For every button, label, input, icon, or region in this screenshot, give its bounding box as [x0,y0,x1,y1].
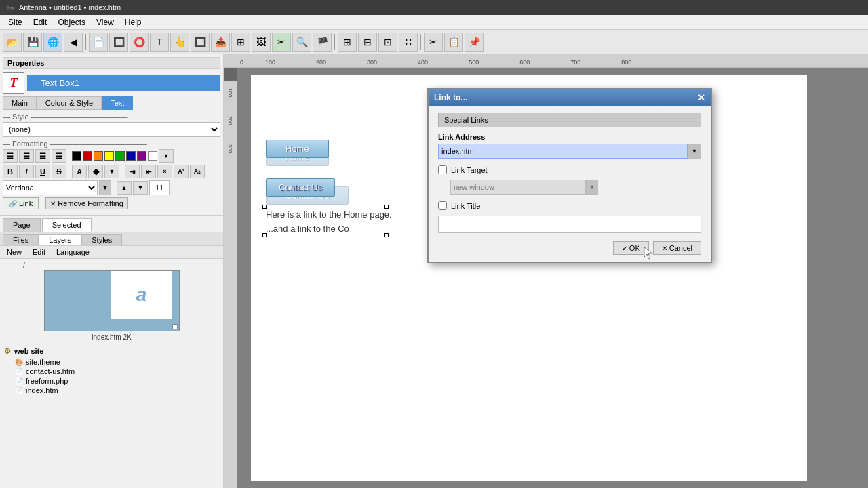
color-orange[interactable] [94,151,103,161]
font-selector[interactable]: Verdana [3,180,98,195]
toolbar-box[interactable]: 🔲 [109,33,128,52]
tab-selected[interactable]: Selected [42,218,92,232]
file-tree: ⚙ web site 🎨 site.theme 📄 contact-us.htm… [0,344,223,399]
toolbar-preview[interactable]: 🌐 [43,33,62,52]
textbox-type-icon: T [3,72,24,94]
file-language-btn[interactable]: Language [54,247,92,257]
toolbar-image[interactable]: 🖼 [252,33,271,52]
style-dropdown[interactable]: (none) [3,122,220,137]
menu-view[interactable]: View [91,16,119,28]
color-purple[interactable] [137,151,146,161]
thumb-resize-handle[interactable] [172,324,178,329]
menu-help[interactable]: Help [119,16,147,28]
ok-button[interactable]: ✔ OK [613,241,649,255]
tab-text[interactable]: Text [102,96,133,110]
tab-colour-style[interactable]: Colour & Style [37,96,102,110]
toolbar-open[interactable]: 📂 [3,33,22,52]
bold-btn[interactable]: B [3,165,18,178]
menu-edit[interactable]: Edit [28,16,53,28]
tab-layers[interactable]: Layers [39,234,81,245]
highlight-btn[interactable]: ◆ [88,165,103,178]
strikethrough-btn[interactable]: S [52,165,66,178]
subscript-btn[interactable]: A₂ [190,165,205,178]
toolbar-scissors[interactable]: ✂ [272,33,291,52]
indent-btn[interactable]: ⇥ [125,165,140,178]
toolbar-cut[interactable]: ✂ [424,33,443,52]
color-white[interactable] [148,151,157,161]
thumb-preview: a [111,271,172,319]
dialog-close-btn[interactable]: ✕ [697,92,705,103]
font-dropdown-btn[interactable]: ▼ [99,180,111,195]
toolbar-grid3[interactable]: ⊡ [378,33,397,52]
link-btn[interactable]: 🔗 Link [3,197,39,209]
properties-title-bar: Properties [3,57,220,69]
font-size-up-btn[interactable]: ▲ [117,181,132,195]
link-address-input[interactable] [438,144,688,159]
toolbar-flag[interactable]: 🏴 [313,33,332,52]
toolbar-grid4[interactable]: ∷ [399,33,418,52]
menu-objects[interactable]: Objects [52,16,91,28]
toolbar-save[interactable]: 💾 [23,33,42,52]
toolbar-cursor[interactable]: 👆 [170,33,189,52]
tree-file-freeform[interactable]: 📄 freeform.php [15,377,219,385]
tree-root-item[interactable]: ⚙ web site [4,346,219,356]
style-dropdown-row: (none) [3,122,220,137]
file-toolbar: New Edit Language [0,246,223,259]
app-title: Antenna • untitled1 • index.htm [19,3,121,12]
align-right-btn[interactable]: ☰ [35,149,50,163]
toolbar-grid2[interactable]: ⊟ [358,33,377,52]
thumbnail-label: index.htm 2K [92,333,131,341]
link-target-label: Link Target [451,166,488,174]
tree-file-index[interactable]: 📄 index.htm [15,386,219,394]
toolbar-grid1[interactable]: ⊞ [338,33,357,52]
toolbar-copy[interactable]: 📋 [444,33,463,52]
menu-site[interactable]: Site [3,16,28,28]
special1-btn[interactable]: × [157,165,172,178]
color-yellow[interactable] [104,151,114,161]
file-edit-btn[interactable]: Edit [30,247,48,257]
toolbar-back[interactable]: ◀ [64,33,83,52]
thumbnail[interactable]: a [44,270,180,331]
underline-btn[interactable]: U [35,165,50,178]
tab-styles[interactable]: Styles [81,234,122,245]
toolbar-zoom[interactable]: 🔍 [292,33,311,52]
toolbar-new-page[interactable]: 📄 [89,33,108,52]
more-style-btn[interactable]: ▼ [104,165,119,178]
align-justify-btn[interactable]: ☰ [52,149,66,163]
italic-btn[interactable]: I [19,165,34,178]
tab-main[interactable]: Main [3,96,37,110]
superscript-btn[interactable]: A² [174,165,189,178]
toolbar-paste[interactable]: 📌 [465,33,484,52]
link-title-checkbox[interactable] [438,201,447,210]
color-green[interactable] [115,151,125,161]
link-target-checkbox[interactable] [438,165,447,174]
color-black[interactable] [72,151,81,161]
cancel-button[interactable]: ✕ Cancel [653,241,701,255]
text-color-btn[interactable]: A [72,165,87,178]
remove-formatting-btn[interactable]: ✕ Remove Formatting [45,197,128,209]
tab-page[interactable]: Page [3,218,41,232]
format-row-font: Verdana ▼ ▲ ▼ [3,180,220,195]
file-new-btn[interactable]: New [4,247,24,257]
tree-file-theme[interactable]: 🎨 site.theme [15,358,219,366]
color-red[interactable] [83,151,92,161]
style-label: Style [3,113,220,121]
color-blue[interactable] [126,151,136,161]
tree-file-contact[interactable]: 📄 contact-us.htm [15,367,219,375]
toolbar-table[interactable]: ⊞ [231,33,250,52]
toolbar-circle[interactable]: ⭕ [130,33,149,52]
toolbar-export[interactable]: 📤 [211,33,230,52]
font-size-down-btn[interactable]: ▼ [133,181,148,195]
align-center-btn[interactable]: ☰ [19,149,34,163]
font-size-input[interactable] [149,180,170,195]
outdent-btn[interactable]: ⇤ [141,165,156,178]
link-address-dropdown[interactable]: ▼ [688,144,701,159]
align-left-btn[interactable]: ☰ [3,149,18,163]
more-colors-btn[interactable]: ▼ [159,149,174,163]
toolbar-select[interactable]: 🔲 [191,33,210,52]
link-title-input[interactable] [438,216,701,233]
link-target-input[interactable] [450,180,586,195]
link-target-dropdown[interactable]: ▼ [586,180,598,195]
tab-files[interactable]: Files [3,234,39,245]
toolbar-text[interactable]: T [150,33,169,52]
